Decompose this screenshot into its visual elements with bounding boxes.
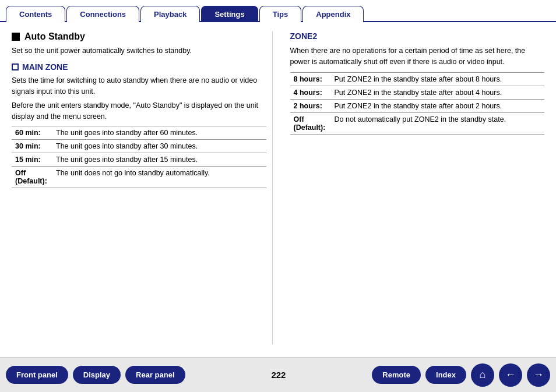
table-cell-value: The unit goes into standby after 30 minu… bbox=[52, 139, 266, 153]
main-zone-desc2: Before the unit enters standby mode, "Au… bbox=[12, 100, 266, 122]
table-cell-label: 2 hours: bbox=[290, 99, 331, 112]
display-button[interactable]: Display bbox=[73, 366, 121, 384]
forward-icon: → bbox=[533, 369, 544, 381]
table-cell-value: Put ZONE2 in the standby state after abo… bbox=[331, 86, 545, 99]
main-zone-title: MAIN ZONE bbox=[12, 62, 266, 72]
table-cell-value: The unit does not go into standby automa… bbox=[52, 166, 266, 188]
table-row: 4 hours:Put ZONE2 in the standby state a… bbox=[290, 86, 545, 99]
remote-button[interactable]: Remote bbox=[372, 366, 421, 384]
table-row: Off(Default):Do not automatically put ZO… bbox=[290, 112, 545, 134]
index-button[interactable]: Index bbox=[425, 366, 466, 384]
table-cell-label: 60 min: bbox=[12, 126, 52, 139]
front-panel-button[interactable]: Front panel bbox=[6, 366, 68, 384]
main-zone-table: 60 min:The unit goes into standby after … bbox=[12, 126, 266, 188]
auto-standby-title: Auto Standby bbox=[12, 31, 266, 42]
table-cell-value: Put ZONE2 in the standby state after abo… bbox=[331, 99, 545, 112]
right-column: ZONE2 When there are no operations for a… bbox=[284, 31, 545, 344]
zone2-description: When there are no operations for a certa… bbox=[290, 45, 545, 68]
table-cell-label: Off(Default): bbox=[12, 166, 52, 188]
table-cell-value: Put ZONE2 in the standby state after abo… bbox=[331, 72, 545, 86]
tab-settings[interactable]: Settings bbox=[201, 6, 258, 22]
tab-playback[interactable]: Playback bbox=[140, 6, 200, 22]
home-button[interactable]: ⌂ bbox=[471, 363, 494, 387]
bottom-nav: Front panel Display Rear panel 222 Remot… bbox=[0, 357, 556, 392]
zone2-table: 8 hours:Put ZONE2 in the standby state a… bbox=[290, 72, 545, 135]
table-row: 30 min:The unit goes into standby after … bbox=[12, 139, 266, 153]
tab-contents[interactable]: Contents bbox=[6, 6, 65, 22]
table-cell-value: The unit goes into standby after 60 minu… bbox=[52, 126, 266, 139]
page-number: 222 bbox=[271, 370, 286, 380]
checkbox-icon bbox=[12, 63, 19, 70]
tab-appendix[interactable]: Appendix bbox=[302, 6, 364, 22]
table-cell-value: Do not automatically put ZONE2 in the st… bbox=[331, 112, 545, 134]
content-area: Auto Standby Set so the unit power autom… bbox=[0, 22, 556, 350]
bottom-nav-left: Front panel Display Rear panel bbox=[6, 366, 185, 384]
tab-tips[interactable]: Tips bbox=[259, 6, 302, 22]
back-icon: ← bbox=[505, 369, 516, 381]
left-column: Auto Standby Set so the unit power autom… bbox=[12, 31, 273, 344]
rear-panel-button[interactable]: Rear panel bbox=[125, 366, 185, 384]
nav-tabs: Contents Connections Playback Settings T… bbox=[0, 0, 556, 22]
table-row: 15 min:The unit goes into standby after … bbox=[12, 153, 266, 166]
auto-standby-description: Set so the unit power automatically swit… bbox=[12, 45, 266, 56]
table-row: 60 min:The unit goes into standby after … bbox=[12, 126, 266, 139]
table-row: Off(Default):The unit does not go into s… bbox=[12, 166, 266, 188]
black-square-icon bbox=[12, 33, 20, 41]
zone2-title: ZONE2 bbox=[290, 31, 545, 41]
table-row: 2 hours:Put ZONE2 in the standby state a… bbox=[290, 99, 545, 112]
table-cell-label: 30 min: bbox=[12, 139, 52, 153]
table-cell-label: 4 hours: bbox=[290, 86, 331, 99]
table-cell-label: Off(Default): bbox=[290, 112, 331, 134]
bottom-nav-right: Remote Index ⌂ ← → bbox=[372, 363, 550, 387]
table-row: 8 hours:Put ZONE2 in the standby state a… bbox=[290, 72, 545, 86]
table-cell-value: The unit goes into standby after 15 minu… bbox=[52, 153, 266, 166]
tab-connections[interactable]: Connections bbox=[66, 6, 139, 22]
forward-button[interactable]: → bbox=[527, 363, 550, 387]
back-button[interactable]: ← bbox=[499, 363, 522, 387]
main-zone-desc1: Sets the time for switching to auto stan… bbox=[12, 75, 266, 97]
home-icon: ⌂ bbox=[480, 369, 486, 381]
table-cell-label: 15 min: bbox=[12, 153, 52, 166]
table-cell-label: 8 hours: bbox=[290, 72, 331, 86]
